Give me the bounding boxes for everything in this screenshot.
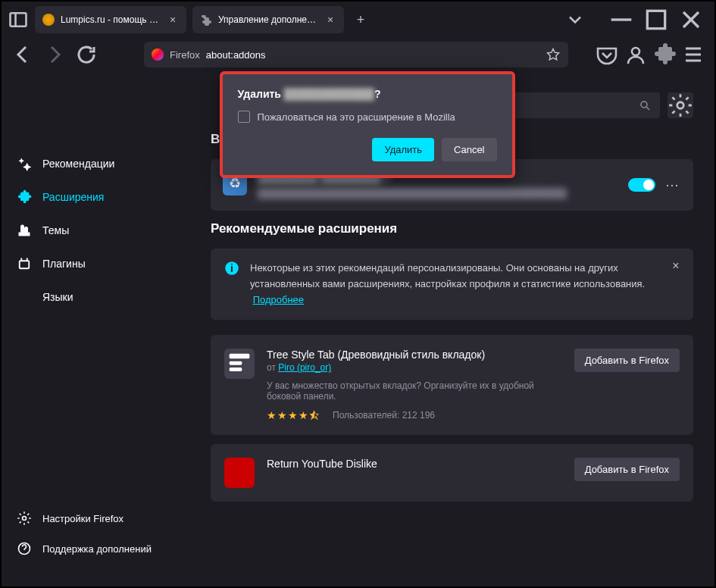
add-to-firefox-button[interactable]: Добавить в Firefox xyxy=(574,349,680,372)
more-icon[interactable]: ⋯ xyxy=(663,176,681,194)
recommended-addon-card: Tree Style Tab (Древовидный стиль вкладо… xyxy=(211,335,693,435)
svg-rect-21 xyxy=(230,361,242,365)
sidebar-item-settings[interactable]: Настройки Firefox xyxy=(2,505,202,532)
sidebar-label: Расширения xyxy=(42,191,104,203)
info-learn-more-link[interactable]: Подробнее xyxy=(253,294,304,305)
sparkle-icon xyxy=(17,156,32,171)
url-text: about:addons xyxy=(206,49,539,61)
addon-icon xyxy=(224,349,255,379)
help-icon xyxy=(17,541,32,556)
svg-rect-22 xyxy=(230,368,242,371)
minimize-button[interactable] xyxy=(604,5,639,35)
author-link[interactable]: Piro (piro_or) xyxy=(278,362,331,373)
firefox-logo-icon xyxy=(152,48,164,61)
language-icon xyxy=(17,289,32,305)
addon-title: Tree Style Tab (Древовидный стиль вкладо… xyxy=(267,349,562,361)
svg-point-15 xyxy=(641,102,647,108)
tab-addons[interactable]: Управление дополнениями × xyxy=(192,6,344,33)
addon-author: от Piro (piro_or) xyxy=(267,362,562,373)
svg-point-13 xyxy=(23,517,27,521)
search-icon xyxy=(639,99,651,111)
puzzle-icon xyxy=(17,189,32,205)
tab-title: Lumpics.ru - помощь с компь xyxy=(61,14,161,25)
url-identity: Firefox xyxy=(170,49,200,61)
addon-desc: ████████████████████████████████████████… xyxy=(258,188,618,199)
close-window-button[interactable] xyxy=(674,5,708,35)
confirm-remove-button[interactable]: Удалить xyxy=(372,138,434,161)
sidebar-label: Рекомендации xyxy=(42,158,114,170)
svg-rect-20 xyxy=(230,354,250,359)
rating-stars: ★★★★⯪ xyxy=(267,409,320,421)
pocket-icon[interactable] xyxy=(595,42,619,67)
close-icon[interactable]: × xyxy=(324,14,336,26)
user-count: Пользователей: 212 196 xyxy=(333,410,435,421)
plugin-icon xyxy=(17,256,32,271)
sidebar-item-extensions[interactable]: Расширения xyxy=(2,182,202,212)
sidebar-label: Поддержка дополнений xyxy=(42,543,152,555)
sidebar-item-support[interactable]: Поддержка дополнений xyxy=(2,535,202,562)
svg-rect-3 xyxy=(647,11,664,28)
tab-title: Управление дополнениями xyxy=(218,14,318,25)
list-tabs-button[interactable] xyxy=(564,9,586,30)
add-to-firefox-button[interactable]: Добавить в Firefox xyxy=(574,458,680,481)
svg-rect-10 xyxy=(20,261,30,268)
maximize-button[interactable] xyxy=(639,5,674,35)
sidebar-item-plugins[interactable]: Плагины xyxy=(2,249,202,279)
info-icon: i xyxy=(224,261,239,276)
back-button[interactable] xyxy=(11,42,35,67)
new-tab-button[interactable]: + xyxy=(350,9,371,30)
reload-button[interactable] xyxy=(74,42,98,67)
info-text: Некоторые из этих рекомендаций персонали… xyxy=(250,261,680,308)
brush-icon xyxy=(17,223,32,238)
cancel-button[interactable]: Cancel xyxy=(442,138,496,161)
addons-settings-button[interactable] xyxy=(668,92,693,118)
sidebar-toggle-icon[interactable] xyxy=(8,9,29,30)
addon-title: Return YouTube Dislike xyxy=(267,458,562,470)
svg-text:i: i xyxy=(230,263,233,274)
addon-toggle[interactable] xyxy=(628,178,655,192)
sidebar-label: Плагины xyxy=(42,258,86,270)
extensions-icon[interactable] xyxy=(652,42,677,67)
report-checkbox-row[interactable]: Пожаловаться на это расширение в Mozilla xyxy=(238,111,497,123)
sidebar-item-languages[interactable]: Языки xyxy=(2,282,202,312)
close-icon[interactable]: × xyxy=(167,14,179,26)
sidebar-label: Темы xyxy=(42,224,69,236)
svg-rect-0 xyxy=(11,13,27,27)
sidebar-item-recommendations[interactable]: Рекомендации xyxy=(2,149,202,179)
remove-extension-dialog: Удалить ████████████? Пожаловаться на эт… xyxy=(220,71,515,178)
section-recommended-title: Рекомендуемые расширения xyxy=(211,221,693,236)
dialog-title: Удалить ████████████? xyxy=(238,88,497,100)
svg-point-6 xyxy=(632,48,639,55)
checkbox[interactable] xyxy=(238,111,250,123)
puzzle-favicon xyxy=(200,14,212,26)
bookmark-star-icon[interactable] xyxy=(546,47,561,62)
gear-icon xyxy=(17,511,32,526)
tab-lumpics[interactable]: Lumpics.ru - помощь с компь × xyxy=(35,6,186,33)
lumpics-favicon xyxy=(42,14,55,26)
recommended-addon-card: Return YouTube Dislike Добавить в Firefo… xyxy=(211,444,693,502)
forward-button[interactable] xyxy=(42,42,67,67)
url-bar[interactable]: Firefox about:addons xyxy=(144,42,568,67)
sidebar-label: Языки xyxy=(42,291,73,303)
account-icon[interactable] xyxy=(624,42,648,67)
sidebar-item-themes[interactable]: Темы xyxy=(2,215,202,246)
svg-line-16 xyxy=(646,107,649,110)
svg-point-17 xyxy=(677,102,684,109)
info-banner: i Некоторые из этих рекомендаций персона… xyxy=(211,249,693,320)
addon-icon xyxy=(224,458,255,488)
app-menu-icon[interactable] xyxy=(681,42,705,67)
addon-description: У вас множество открытых вкладок? Органи… xyxy=(267,380,562,402)
sidebar-label: Настройки Firefox xyxy=(42,513,124,524)
checkbox-label: Пожаловаться на это расширение в Mozilla xyxy=(258,111,455,123)
close-icon[interactable]: × xyxy=(669,259,683,273)
